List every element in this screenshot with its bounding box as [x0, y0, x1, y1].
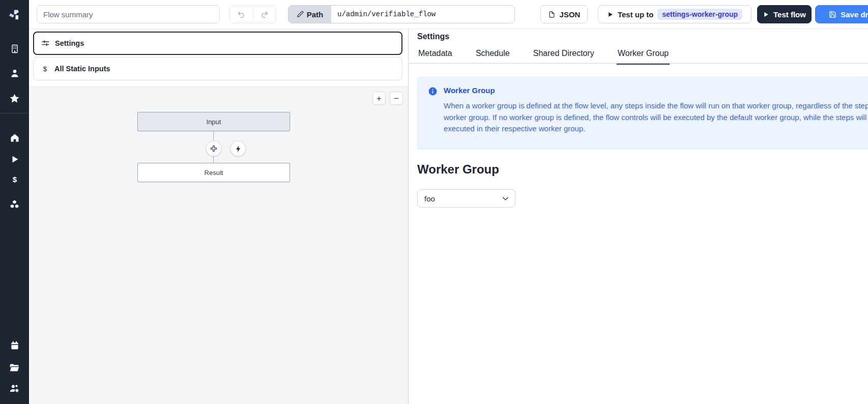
flow-summary-input[interactable]	[37, 5, 220, 23]
play-outline-icon	[607, 11, 614, 18]
test-up-to-button[interactable]: Test up to settings-worker-group	[598, 5, 751, 23]
settings-tabs: Metadata Schedule Shared Directory Worke…	[409, 47, 868, 64]
plus-glyph: +	[377, 94, 382, 103]
json-button[interactable]: JSON	[540, 5, 588, 23]
undo-redo-group	[229, 5, 276, 23]
all-static-inputs-row[interactable]: $ All Static Inputs	[33, 57, 402, 80]
add-step-button[interactable]	[206, 141, 221, 156]
path-label[interactable]: Path	[288, 6, 331, 23]
flow-settings-label: Settings	[55, 39, 84, 47]
input-node-label: Input	[207, 118, 221, 126]
worker-group-heading: Worker Group	[417, 162, 499, 177]
info-body: When a worker group is defined at the fl…	[444, 100, 868, 135]
save-draft-label: Save draft	[841, 10, 868, 19]
tab-worker-group[interactable]: Worker Group	[617, 47, 670, 65]
zoom-out-button[interactable]: −	[390, 92, 403, 105]
play-white-icon	[763, 11, 769, 18]
tab-shared-directory[interactable]: Shared Directory	[532, 47, 595, 64]
tab-schedule[interactable]: Schedule	[475, 47, 511, 64]
zoom-in-button[interactable]: +	[372, 92, 386, 105]
json-button-label: JSON	[560, 10, 581, 19]
flow-editor-panel: Settings $ All Static Inputs + − Input R…	[29, 29, 409, 404]
plus-icon	[210, 145, 218, 153]
undo-button[interactable]	[230, 6, 253, 23]
worker-group-info-alert: Worker Group When a worker group is defi…	[417, 77, 868, 150]
info-icon	[428, 86, 438, 140]
users-gear-icon[interactable]	[0, 383, 29, 394]
path-label-text: Path	[307, 10, 324, 19]
test-flow-label: Test flow	[773, 10, 806, 19]
result-node-label: Result	[205, 169, 223, 177]
tab-metadata[interactable]: Metadata	[417, 47, 453, 64]
input-node[interactable]: Input	[137, 112, 290, 131]
svg-text:$: $	[12, 175, 17, 184]
pencil-icon	[297, 11, 304, 18]
bolt-icon	[235, 145, 242, 153]
worker-group-select[interactable]: foo	[417, 189, 515, 208]
windmill-logo[interactable]	[0, 7, 29, 22]
calendar-icon[interactable]	[0, 340, 29, 351]
all-static-inputs-label: All Static Inputs	[54, 65, 110, 73]
star-icon[interactable]	[0, 93, 29, 104]
flow-canvas[interactable]	[29, 87, 408, 404]
redo-button[interactable]	[253, 6, 276, 23]
result-node[interactable]: Result	[137, 163, 290, 182]
flow-header-divider	[29, 86, 408, 87]
info-title: Worker Group	[444, 86, 868, 95]
test-flow-button[interactable]: Test flow	[757, 5, 812, 23]
path-group[interactable]: Path u/admin/verifiable_flow	[288, 5, 515, 23]
path-value[interactable]: u/admin/verifiable_flow	[331, 6, 514, 23]
sidebar-divider	[0, 113, 29, 113]
worker-group-badge: settings-worker-group	[657, 9, 742, 20]
home-icon[interactable]	[0, 132, 29, 143]
svg-text:$: $	[43, 65, 47, 72]
folder-open-icon[interactable]	[0, 362, 29, 373]
boxes-icon[interactable]	[0, 198, 29, 210]
settings-panel: Settings Metadata Schedule Shared Direct…	[409, 29, 868, 404]
file-json-icon	[548, 11, 556, 18]
chevron-down-icon	[501, 194, 510, 204]
sliders-icon	[41, 39, 50, 48]
settings-panel-title: Settings	[417, 32, 449, 41]
trigger-button[interactable]	[230, 141, 246, 156]
dollar-icon[interactable]: $	[0, 174, 29, 185]
test-up-to-label: Test up to	[618, 10, 654, 19]
minus-glyph: −	[394, 94, 399, 103]
save-icon	[829, 11, 836, 18]
top-toolbar: Path u/admin/verifiable_flow JSON Test u…	[29, 0, 868, 29]
info-content: Worker Group When a worker group is defi…	[444, 86, 868, 140]
save-draft-button[interactable]: Save draft	[815, 5, 868, 23]
flow-settings-row[interactable]: Settings	[33, 32, 402, 55]
redo-icon	[260, 10, 269, 19]
dollar-dark-icon: $	[41, 65, 49, 73]
play-icon[interactable]	[0, 154, 29, 165]
sidebar: $	[0, 0, 29, 404]
user-icon[interactable]	[0, 68, 29, 79]
building-icon[interactable]	[0, 43, 29, 54]
undo-icon	[237, 10, 246, 19]
worker-group-select-value: foo	[424, 194, 435, 203]
